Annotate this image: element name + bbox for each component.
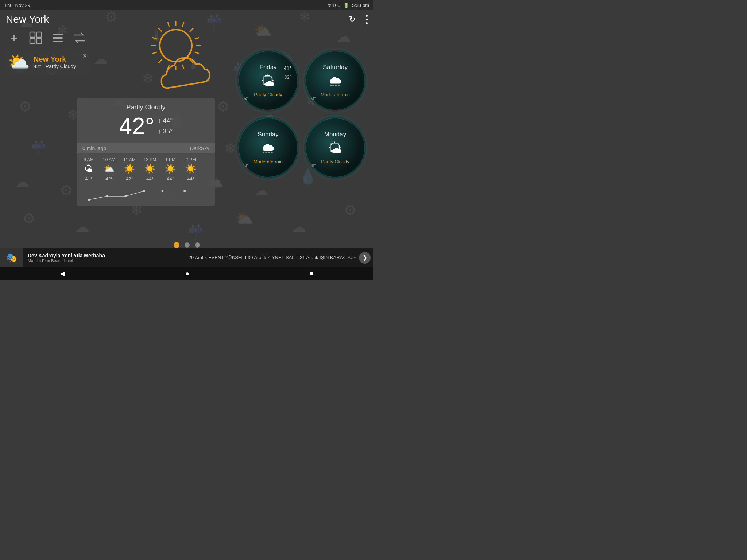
temp-label-1: 42° — [100, 176, 118, 182]
page-dot-2[interactable] — [195, 242, 200, 248]
current-temp-desc: 42° Partly Cloudy — [34, 63, 85, 69]
temp-chart-area — [77, 184, 215, 206]
add-widget-button[interactable]: + — [6, 30, 22, 46]
forecast-monday: Monday 🌤 Partly Cloudy 55° 39° — [304, 117, 366, 179]
status-bar: Thu, Nov 29 %100 🔋 5:33 pm — [0, 0, 374, 10]
temp-label-2: 42° — [120, 176, 139, 182]
forecast-friday-day: Friday — [259, 64, 276, 71]
main-low: 35° — [163, 128, 173, 135]
ad-next-button[interactable]: ❯ — [359, 252, 371, 264]
svg-line-18 — [195, 52, 199, 54]
header-actions: ↻ — [345, 13, 368, 26]
swap-button[interactable] — [71, 30, 88, 46]
current-temp: 42° — [34, 63, 41, 69]
svg-line-21 — [182, 65, 184, 69]
hourly-icon-4: ☀️ — [165, 164, 176, 174]
forecast-friday-hi-label: 41° — [243, 54, 249, 58]
page-dot-0[interactable] — [174, 242, 179, 248]
hourly-time-5: 2 PM — [186, 157, 196, 162]
hourly-item-5: 2 PM ☀️ — [182, 157, 200, 174]
current-city: New York — [34, 55, 85, 63]
temp-labels-row: 41° 42° 42° 44° 44° 44° — [77, 176, 215, 184]
home-button[interactable]: ● — [177, 268, 198, 280]
widget-grid-button[interactable] — [28, 30, 44, 46]
hourly-time-4: 1 PM — [165, 157, 175, 162]
current-weather-card: ⛅ New York 42° Partly Cloudy ✕ — [3, 50, 90, 74]
ad-banner: 🎭 Dev Kadroyla Yeni Yıla Merhaba Maritim… — [0, 248, 374, 267]
forecast-friday-condition: Partly Cloudy — [251, 92, 285, 97]
ad-content: Dev Kadroyla Yeni Yıla Merhaba Maritim P… — [23, 251, 186, 264]
forecast-sunday-hi-label: 57° — [243, 121, 249, 125]
svg-rect-2 — [30, 39, 35, 44]
hourly-icon-3: ☀️ — [144, 164, 155, 174]
forecast-sunday-lo-label: 48° — [243, 163, 249, 167]
svg-point-28 — [161, 190, 163, 192]
ad-scrolling-text: 29 Aralık EVENT YÜKSEL I 30 Aralık ZİYNE… — [186, 255, 345, 260]
hourly-time-0: 9 AM — [84, 157, 93, 162]
svg-rect-3 — [36, 39, 42, 44]
page-dot-1[interactable] — [185, 242, 190, 248]
header-bar: New York ↻ — [0, 10, 374, 28]
temp-label-5: 44° — [182, 176, 200, 182]
hourly-icon-0: 🌤 — [84, 164, 93, 174]
svg-point-23 — [160, 30, 192, 62]
svg-point-25 — [106, 195, 108, 197]
main-temp: 42° — [119, 113, 154, 140]
main-weather-panel: Partly Cloudy 42° ↑44° ↓35° 0 min. ago D… — [77, 98, 215, 206]
forecast-friday-lo-label: 32° — [243, 96, 249, 100]
hourly-icon-2: ☀️ — [124, 164, 135, 174]
weather-source: DarkSky — [190, 145, 209, 151]
toolbar: + — [6, 30, 88, 46]
main-panel-top: Partly Cloudy 42° ↑44° ↓35° — [77, 98, 215, 143]
hourly-item-4: 1 PM ☀️ — [161, 157, 179, 174]
forecast-sunday-icon: 🌧 — [261, 140, 275, 157]
forecast-grid: Friday 🌤 Partly Cloudy 41° 32° 41° 32° S… — [237, 50, 366, 179]
bottom-nav: ◀ ● ■ — [0, 267, 374, 280]
svg-point-27 — [143, 190, 145, 192]
main-panel-time: 0 min. ago DarkSky — [77, 143, 215, 153]
ad-subtitle: Maritim Pine Beach Hotel — [28, 258, 181, 263]
status-date: Thu, Nov 29 — [4, 3, 328, 8]
ad-label: Ad ▾ — [345, 255, 359, 260]
close-card-button[interactable]: ✕ — [82, 52, 88, 60]
svg-rect-5 — [53, 37, 63, 39]
current-description: Partly Cloudy — [46, 63, 76, 69]
refresh-button[interactable]: ↻ — [345, 13, 359, 26]
current-weather-info: New York 42° Partly Cloudy — [34, 55, 85, 69]
hourly-item-2: 11 AM ☀️ — [120, 157, 139, 174]
svg-rect-0 — [30, 32, 35, 37]
forecast-saturday-condition: Moderate rain — [318, 92, 353, 97]
forecast-monday-condition: Partly Cloudy — [318, 159, 352, 164]
forecast-saturday-lo-label: 33° — [310, 96, 316, 100]
main-high: 44° — [163, 117, 173, 124]
down-arrow-icon: ↓ — [158, 128, 161, 135]
svg-rect-1 — [36, 32, 42, 37]
forecast-saturday-day: Saturday — [323, 64, 348, 71]
page-dots — [174, 242, 200, 248]
svg-line-11 — [158, 28, 162, 32]
recents-button[interactable]: ■ — [301, 268, 322, 280]
layout-button[interactable] — [50, 30, 66, 46]
card-divider — [3, 79, 90, 79]
temp-label-3: 44° — [141, 176, 159, 182]
current-weather-icon: ⛅ — [8, 53, 30, 71]
hourly-item-3: 12 PM ☀️ — [141, 157, 159, 174]
update-time: 0 min. ago — [82, 145, 106, 151]
forecast-saturday-icon: 🌧 — [328, 73, 342, 90]
hourly-icon-5: ☀️ — [185, 164, 196, 174]
ad-thumbnail-image: 🎭 — [6, 253, 17, 263]
temp-label-0: 41° — [80, 176, 98, 182]
svg-rect-6 — [53, 41, 63, 42]
svg-line-8 — [190, 28, 193, 32]
temp-chart-svg — [80, 186, 212, 204]
forecast-saturday: Saturday 🌧 Moderate rain 46° 33° — [304, 50, 366, 112]
main-condition: Partly Cloudy — [84, 104, 208, 111]
svg-line-20 — [152, 52, 157, 54]
menu-button[interactable] — [366, 15, 368, 24]
hourly-item-1: 10 AM ⛅ — [100, 157, 118, 174]
ad-thumbnail: 🎭 — [0, 248, 23, 267]
back-button[interactable]: ◀ — [51, 267, 74, 280]
svg-line-13 — [158, 59, 162, 63]
hourly-time-2: 11 AM — [123, 157, 136, 162]
svg-rect-4 — [53, 34, 63, 35]
